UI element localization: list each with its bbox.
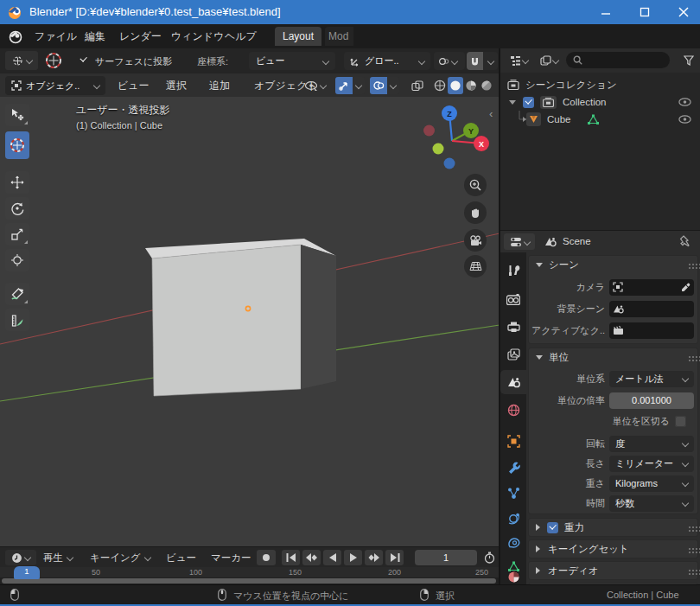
close-button[interactable] xyxy=(671,3,697,21)
timeline-scrollbar[interactable] xyxy=(0,577,500,584)
zoom-button[interactable] xyxy=(464,174,487,196)
tab-view-layer[interactable] xyxy=(500,344,526,365)
active-clip-field[interactable] xyxy=(609,322,694,339)
snap-toggle-button[interactable] xyxy=(467,52,483,70)
sidebar-collapse-chevron[interactable]: ‹ xyxy=(489,107,493,120)
timeline-scrollbar-thumb[interactable] xyxy=(2,578,496,584)
timeline-menu-keying[interactable]: キーイング xyxy=(90,550,150,565)
outliner-row-collection[interactable]: Collection xyxy=(500,93,700,111)
jump-to-start-button[interactable] xyxy=(282,550,300,565)
outliner-search-field[interactable] xyxy=(566,52,670,68)
auto-keying-stopwatch-button[interactable] xyxy=(480,550,498,565)
timeline-menu-playback[interactable]: 再生 xyxy=(43,550,73,565)
playhead-marker[interactable]: 1 xyxy=(14,566,40,579)
expand-arrow-icon[interactable] xyxy=(509,100,516,105)
mass-dropdown[interactable]: Kilograms xyxy=(609,475,694,492)
minimize-button[interactable] xyxy=(593,3,619,21)
tool-select-tweak[interactable] xyxy=(5,104,29,126)
pan-hand-button[interactable] xyxy=(464,201,487,224)
outliner-row-cube[interactable]: Cube xyxy=(500,111,700,128)
xray-toggle[interactable] xyxy=(408,77,427,94)
tab-world[interactable] xyxy=(500,399,526,420)
gizmos-toggle[interactable] xyxy=(335,77,353,94)
mode-selector[interactable]: オブジェク.. xyxy=(5,76,105,95)
camera-field[interactable] xyxy=(609,279,694,296)
scene-panel-header[interactable]: シーン xyxy=(529,256,697,273)
unit-scale-slider[interactable]: 0.001000 xyxy=(609,392,694,409)
pivot-point-dropdown[interactable] xyxy=(434,52,465,70)
tab-particles[interactable] xyxy=(500,482,526,503)
viewport-3d[interactable]: ユーザー・透視投影 (1) Collection | Cube xyxy=(0,97,500,546)
next-keyframe-button[interactable] xyxy=(365,550,383,565)
outliner-row-scene-collection[interactable]: シーンコレクション xyxy=(500,76,700,93)
tab-object[interactable] xyxy=(500,431,526,451)
tab-render[interactable] xyxy=(500,289,526,309)
audio-panel[interactable]: オーディオ xyxy=(528,561,698,580)
panel-grip[interactable] xyxy=(689,526,690,528)
panel-grip[interactable] xyxy=(689,356,690,358)
tool-measure[interactable] xyxy=(5,309,29,331)
app-menu-logo-icon[interactable] xyxy=(7,28,24,45)
tab-material[interactable] xyxy=(500,571,526,584)
viewport-menu-view[interactable]: ビュー xyxy=(112,76,155,95)
gravity-checkbox[interactable] xyxy=(547,522,558,533)
menu-edit[interactable]: 編集 xyxy=(80,27,111,46)
workspace-tab-modeling[interactable]: Mod xyxy=(325,27,353,46)
snap-settings-dropdown[interactable] xyxy=(483,52,498,70)
menu-file[interactable]: ファイル xyxy=(29,27,82,46)
timeline-menu-view[interactable]: ビュー xyxy=(166,552,196,565)
maximize-button[interactable] xyxy=(632,3,658,21)
tool-scale[interactable] xyxy=(5,223,29,246)
time-dropdown[interactable]: 秒数 xyxy=(609,495,694,512)
collection-name[interactable]: Collection xyxy=(563,97,678,107)
outliner-filter-funnel-icon[interactable] xyxy=(680,52,697,69)
timeline-menu-marker[interactable]: マーカー xyxy=(211,552,251,565)
timeline-editor-type-dropdown[interactable] xyxy=(5,550,36,565)
tool-annotate[interactable] xyxy=(5,283,29,305)
units-panel-header[interactable]: 単位 xyxy=(529,348,697,366)
pin-icon[interactable] xyxy=(679,235,690,247)
orthographic-grid-button[interactable] xyxy=(464,255,487,277)
viewport-menu-add[interactable]: 追加 xyxy=(204,76,235,95)
visibility-eye-icon[interactable] xyxy=(678,115,691,124)
tab-constraints[interactable] xyxy=(500,532,526,552)
menu-help[interactable]: ヘルプ xyxy=(220,27,262,46)
coord-system-dropdown[interactable]: ビュー xyxy=(249,52,335,70)
shading-rendered-button[interactable] xyxy=(479,77,494,94)
overlays-dropdown[interactable] xyxy=(387,77,399,94)
menu-render[interactable]: レンダー xyxy=(114,27,167,46)
panel-grip[interactable] xyxy=(689,548,690,550)
tool-transform[interactable] xyxy=(5,249,29,271)
viewport-menu-select[interactable]: 選択 xyxy=(161,76,192,95)
keying-sets-panel[interactable]: キーイングセット xyxy=(528,539,698,558)
background-scene-field[interactable] xyxy=(609,301,694,317)
shading-wireframe-button[interactable] xyxy=(432,77,448,94)
navigation-gizmo[interactable]: Z Y X xyxy=(423,99,496,179)
timeline-ruler[interactable]: 50 100 150 200 250 xyxy=(0,567,500,577)
gizmos-dropdown[interactable] xyxy=(353,77,365,94)
tab-physics[interactable] xyxy=(500,507,526,528)
properties-editor-type-dropdown[interactable] xyxy=(504,233,535,250)
gravity-panel[interactable]: 重力 xyxy=(528,518,698,537)
unit-system-dropdown[interactable]: メートル法 xyxy=(609,371,694,387)
cube-name[interactable]: Cube xyxy=(547,114,571,124)
active-tool-dropdown[interactable] xyxy=(5,51,38,70)
tool-cursor[interactable] xyxy=(5,131,29,159)
length-dropdown[interactable]: ミリメーター xyxy=(609,456,694,472)
collection-checkbox[interactable] xyxy=(523,97,534,108)
transform-orientation-dropdown[interactable]: グロー.. xyxy=(344,52,430,70)
rotation-dropdown[interactable]: 度 xyxy=(609,436,694,452)
tab-output[interactable] xyxy=(500,316,526,337)
workspace-tab-layout[interactable]: Layout xyxy=(275,27,321,46)
panel-grip[interactable] xyxy=(689,264,690,265)
overlays-toggle[interactable] xyxy=(370,77,387,94)
record-button[interactable] xyxy=(257,550,276,565)
outliner-filter-dropdown[interactable] xyxy=(535,52,563,69)
shading-material-button[interactable] xyxy=(463,77,479,94)
tab-scene-active[interactable] xyxy=(500,370,526,394)
visibility-dropdown[interactable] xyxy=(304,77,334,94)
shading-solid-button[interactable] xyxy=(448,77,463,94)
play-button[interactable] xyxy=(344,550,362,565)
cursor-tool-icon[interactable] xyxy=(43,51,64,70)
tool-move[interactable] xyxy=(5,171,29,194)
